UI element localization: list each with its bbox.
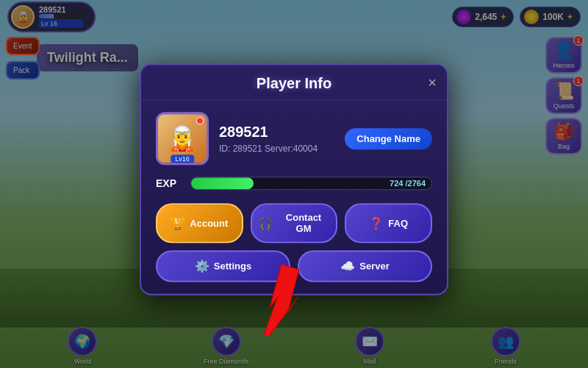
faq-button[interactable]: ❓ FAQ [345,203,432,243]
exp-section: EXP 724 /2764 [156,177,432,190]
avatar-level: Lv16 [171,155,194,163]
player-details: 289521 ID: 289521 Server:40004 [219,124,334,154]
player-info-modal: Player Info × 🧝 Lv16 289521 ID: 289521 S… [140,63,448,295]
exp-label: EXP [156,177,182,189]
contact-label: Contact GM [277,212,331,234]
faq-icon: ❓ [369,216,384,230]
modal-title: Player Info [257,75,331,91]
server-button[interactable]: ☁️ Server [298,250,432,282]
account-icon: 🏆 [171,216,185,230]
online-status-dot [196,117,204,124]
modal-header: Player Info × [141,65,447,100]
settings-icon: ⚙️ [195,259,209,273]
player-avatar: 🧝 Lv16 [156,112,209,165]
contact-gm-button[interactable]: 🎧 Contact GM [251,203,338,243]
action-buttons-row2: ⚙️ Settings ☁️ Server [156,250,432,282]
settings-label: Settings [214,261,251,272]
exp-bar-container: 724 /2764 [190,177,432,190]
faq-label: FAQ [388,218,408,229]
profile-section: 🧝 Lv16 289521 ID: 289521 Server:40004 Ch… [156,112,432,165]
server-icon: ☁️ [340,259,355,273]
server-label: Server [359,261,389,272]
contact-icon: 🎧 [258,216,273,230]
player-name: 289521 [219,124,334,141]
exp-bar-fill [191,177,254,189]
modal-body: 🧝 Lv16 289521 ID: 289521 Server:40004 Ch… [141,100,447,294]
player-id-server: ID: 289521 Server:40004 [219,144,334,154]
account-button[interactable]: 🏆 Account [156,203,243,243]
settings-button[interactable]: ⚙️ Settings [156,250,290,282]
exp-value: 724 /2764 [390,179,426,188]
account-label: Account [190,218,228,229]
change-name-button[interactable]: Change Name [345,128,432,149]
close-button[interactable]: × [428,75,437,90]
action-buttons-row1: 🏆 Account 🎧 Contact GM ❓ FAQ [156,203,432,243]
